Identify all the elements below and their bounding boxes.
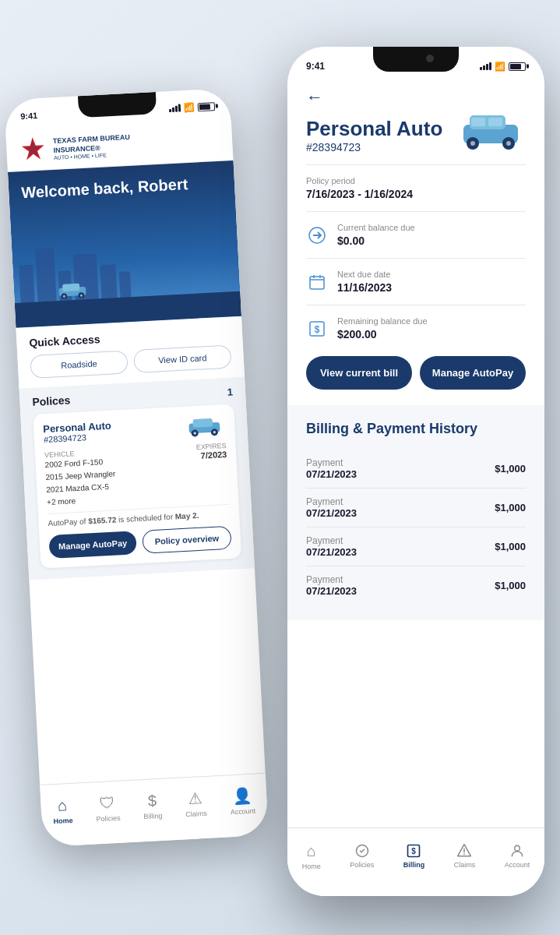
- policies-label: Policies: [96, 813, 120, 823]
- dollar-icon: $: [306, 318, 328, 340]
- payment-row-1: Payment 07/21/2023 $1,000: [306, 450, 526, 489]
- nav-policies[interactable]: 🛡 Policies: [95, 793, 121, 823]
- payment-3-amount: $1,000: [495, 541, 526, 552]
- policy-overview-button[interactable]: Policy overview: [142, 526, 231, 554]
- policies-section: Polices 1 Personal Auto #28394723: [19, 377, 254, 580]
- balance-info: Current balance due $0.00: [337, 223, 415, 247]
- nav-account[interactable]: 👤 Account: [229, 786, 255, 817]
- front-nav-home[interactable]: ⌂ Home: [302, 842, 321, 870]
- tfb-logo-text: TEXAS FARM BUREAU INSURANCE® AUTO • HOME…: [53, 133, 131, 161]
- due-date-label: Next due date: [337, 270, 392, 279]
- remaining-row: $ Remaining balance due $200.00: [306, 316, 526, 340]
- payment-3-label: Payment: [306, 535, 357, 546]
- payment-4-date: 07/21/2023: [306, 585, 357, 597]
- payment-1-date: 07/21/2023: [306, 468, 357, 480]
- calendar-icon: [306, 271, 328, 293]
- divider-1: [306, 164, 526, 165]
- front-phone-bottom-nav: ⌂ Home Policies $ Billing Claims: [287, 827, 544, 896]
- welcome-text: Welcome back, Robert: [21, 175, 188, 202]
- nav-home[interactable]: ⌂ Home: [52, 796, 73, 824]
- signal-bars-icon: [480, 62, 491, 70]
- account-icon: 👤: [232, 786, 252, 806]
- account-nav-icon: [509, 843, 525, 859]
- wifi-icon: 📶: [495, 62, 505, 72]
- manage-autopay-button[interactable]: Manage AutoPay: [420, 356, 526, 390]
- front-nav-claims[interactable]: Claims: [454, 843, 476, 869]
- policy-card: Personal Auto #28394723 Vehicle 2002 For…: [33, 404, 241, 568]
- front-phone-time: 9:41: [306, 61, 325, 72]
- divider-4: [306, 305, 526, 305]
- divider-3: [306, 258, 526, 259]
- battery-icon: [509, 62, 526, 71]
- payment-1-amount: $1,000: [495, 463, 526, 475]
- payment-row-3: Payment 07/21/2023 $1,000: [306, 527, 526, 566]
- front-phone-notch: [373, 47, 459, 72]
- svg-rect-21: [488, 118, 502, 126]
- due-date-info: Next due date 11/16/2023: [337, 270, 392, 294]
- battery-icon: [198, 102, 216, 111]
- svg-rect-24: [310, 277, 324, 289]
- hero-car-icon: [52, 280, 92, 300]
- front-car-icon: [456, 111, 526, 150]
- back-phone-status-icons: 📶: [169, 101, 216, 114]
- billing-nav-label: Billing: [403, 861, 425, 869]
- back-phone-time: 9:41: [20, 111, 38, 121]
- svg-point-35: [515, 845, 520, 851]
- front-phone: 9:41 📶 ← Personal Auto #28394723: [287, 47, 544, 896]
- wifi-icon: 📶: [184, 102, 195, 113]
- front-policy-number: #28394723: [306, 141, 442, 153]
- due-date-value: 11/16/2023: [337, 281, 392, 294]
- quick-access-buttons: Roadside View ID card: [30, 344, 231, 378]
- payment-4-info: Payment 07/21/2023: [306, 574, 357, 597]
- home-label: Home: [53, 816, 73, 824]
- vehicle-list: 2002 Ford F-150 2015 Jeep Wrangler 2021 …: [44, 455, 117, 509]
- autopay-info: AutoPay of $165.72 is scheduled for May …: [48, 504, 231, 527]
- billing-history-section: Billing & Payment History Payment 07/21/…: [287, 405, 544, 620]
- quick-access-section: Quick Access Roadside View ID card: [16, 316, 245, 389]
- payment-4-amount: $1,000: [495, 580, 526, 591]
- camera-icon: [426, 55, 434, 62]
- balance-value: $0.00: [337, 235, 415, 247]
- roadside-button[interactable]: Roadside: [30, 350, 128, 379]
- action-buttons: View current bill Manage AutoPay: [306, 356, 526, 390]
- policy-period-row: Policy period 7/16/2023 - 1/16/2024: [306, 176, 526, 200]
- billing-icon: $: [147, 792, 157, 810]
- policy-period-value: 7/16/2023 - 1/16/2024: [306, 188, 526, 200]
- payment-2-info: Payment 07/21/2023: [306, 496, 357, 519]
- svg-rect-3: [62, 284, 79, 292]
- policy-expiry: Expires 7/2023: [195, 442, 229, 501]
- claims-nav-icon: [456, 843, 472, 859]
- front-nav-policies[interactable]: Policies: [350, 843, 374, 869]
- back-button[interactable]: ←: [306, 87, 323, 108]
- svg-rect-9: [192, 418, 213, 428]
- policies-title: Polices: [32, 393, 71, 408]
- nav-claims[interactable]: ⚠ Claims: [185, 789, 207, 818]
- payment-1-label: Payment: [306, 457, 357, 468]
- billing-nav-icon: $: [406, 843, 421, 859]
- hero-scene: [12, 231, 241, 328]
- view-bill-button[interactable]: View current bill: [306, 356, 412, 390]
- nav-billing[interactable]: $ Billing: [143, 791, 163, 820]
- policy-title-section: Personal Auto #28394723: [306, 117, 526, 153]
- front-nav-account[interactable]: Account: [505, 843, 530, 869]
- view-id-card-button[interactable]: View ID card: [133, 344, 231, 373]
- account-label: Account: [230, 807, 255, 817]
- payment-2-amount: $1,000: [495, 502, 526, 513]
- policy-car-icon: [183, 414, 226, 438]
- svg-text:$: $: [315, 324, 320, 335]
- manage-autopay-button[interactable]: Manage AutoPay: [48, 531, 136, 559]
- policy-heading: Personal Auto #28394723: [306, 117, 442, 153]
- payment-row-2: Payment 07/21/2023 $1,000: [306, 489, 526, 527]
- billing-label: Billing: [143, 811, 163, 820]
- policies-icon: 🛡: [99, 794, 115, 813]
- account-nav-label: Account: [505, 861, 530, 869]
- signal-icon: [169, 104, 181, 112]
- front-content: ← Personal Auto #28394723 Policy period: [287, 81, 544, 834]
- policies-nav-icon: [354, 843, 370, 859]
- due-date-row: Next due date 11/16/2023: [306, 270, 526, 294]
- front-policy-name: Personal Auto: [306, 117, 442, 141]
- front-nav-billing[interactable]: $ Billing: [403, 843, 425, 869]
- payment-4-label: Payment: [306, 574, 357, 585]
- front-status-icons: 📶: [480, 62, 526, 72]
- payment-row-4: Payment 07/21/2023 $1,000: [306, 566, 526, 605]
